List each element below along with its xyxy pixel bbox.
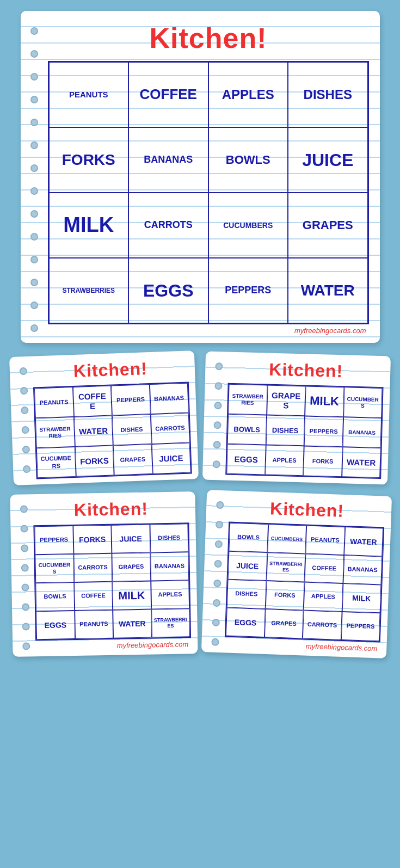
hole (30, 141, 38, 149)
c4-juice: JUICE (111, 525, 150, 553)
c4-water: WATER (113, 609, 151, 638)
c3-bananas: BANANAS (342, 417, 381, 448)
hole (21, 583, 29, 591)
c2-strawberries: STRAWBERRIES (35, 417, 74, 448)
hole (21, 603, 29, 611)
cell-milk: MILK (49, 193, 129, 258)
hole (214, 540, 222, 548)
c4-strawberries: STRAWBERRIES (151, 608, 189, 637)
c2-grapes: GRAPES (113, 444, 152, 475)
c4-bowls: BOWLS (35, 582, 74, 611)
c2-forks: FORKS (75, 445, 114, 476)
c3-milk: MILK (305, 386, 344, 417)
c2-dishes: DISHES (112, 414, 151, 445)
card5-grid: BOWLS CUCUMBERS PEANUTS WATER JUICE STRA… (224, 522, 384, 643)
cell-carrots: CARROTS (128, 193, 208, 258)
c2-peanuts: PEANUTS (34, 387, 73, 418)
hole (213, 580, 221, 587)
c3-eggs: EGGS (226, 444, 266, 475)
hole (214, 560, 221, 568)
card5-title: Kitchen! (229, 497, 385, 523)
c3-dishes: DISHES (266, 415, 305, 446)
bingo-card-4: Kitchen! PEPPERS FORKS JUICE DISHES CUCU… (10, 491, 198, 657)
notebook-holes (30, 27, 38, 343)
cell-coffee: COFFEE (128, 62, 208, 127)
cell-juice: JUICE (288, 127, 368, 193)
hole (22, 446, 29, 453)
cell-strawberries: STRAWBERRIES (49, 258, 129, 323)
hole (30, 73, 38, 81)
hole (212, 599, 220, 607)
card3-content: Kitchen! STRAWBERRIES GRAPES MILK CUCUMB… (202, 352, 390, 485)
card2-content: Kitchen! PEANUTS COFFEE PEPPERS BANANAS … (9, 350, 198, 485)
cell-cucumbers: CUCUMBERS (208, 193, 288, 258)
hole (213, 421, 221, 429)
hole (21, 564, 28, 571)
c5-milk: MILK (342, 583, 381, 613)
bottom-cards-row: Kitchen! PEPPERS FORKS JUICE DISHES CUCU… (8, 493, 392, 655)
hole (20, 505, 27, 513)
hole (22, 465, 30, 473)
hole (212, 460, 220, 468)
c5-peppers: PEPPERS (341, 612, 380, 641)
bingo-card-3: Kitchen! STRAWBERRIES GRAPES MILK CUCUMB… (202, 352, 390, 485)
c2-juice: JUICE (151, 443, 190, 474)
hole (30, 187, 38, 195)
bingo-card-2: Kitchen! PEANUTS COFFEE PEPPERS BANANAS … (9, 350, 198, 485)
c2-coffee: COFFEE (72, 386, 112, 417)
small-cards-row-1: Kitchen! PEANUTS COFFEE PEPPERS BANANAS … (8, 354, 392, 482)
c5-cucumbers: CUCUMBERS (267, 524, 306, 553)
c5-dishes: DISHES (226, 580, 266, 609)
c5-peanuts: PEANUTS (305, 526, 344, 555)
hole (30, 27, 38, 35)
c4-peppers: PEPPERS (34, 526, 73, 555)
hole (215, 521, 223, 528)
c3-water: WATER (341, 447, 380, 478)
hole (30, 119, 38, 126)
hole (22, 623, 29, 630)
c4-apples: APPLES (150, 580, 189, 609)
c4-milk: MILK (112, 581, 151, 610)
c5-apples: APPLES (303, 582, 342, 612)
hole (30, 210, 38, 218)
cell-forks: FORKS (49, 127, 129, 193)
hole (20, 387, 27, 395)
main-bingo-grid: PEANUTS COFFEE APPLES DISHES FORKS BANAN… (48, 61, 369, 324)
hole (214, 382, 222, 390)
c3-bowls: BOWLS (227, 414, 266, 445)
c4-coffee: COFFEE (73, 582, 112, 611)
c2-carrots: CARROTS (150, 413, 189, 444)
hole (21, 407, 28, 414)
hole (211, 638, 219, 646)
c4-forks: FORKS (72, 525, 111, 554)
cell-water: WATER (288, 258, 368, 323)
card4-grid: PEPPERS FORKS JUICE DISHES CUCUMBERS CAR… (33, 522, 191, 641)
hole (213, 441, 220, 448)
card4-content: Kitchen! PEPPERS FORKS JUICE DISHES CUCU… (10, 491, 198, 657)
card2-title: Kitchen! (32, 358, 188, 383)
hole (30, 164, 38, 172)
hole (30, 279, 38, 286)
c4-dishes: DISHES (149, 524, 188, 552)
main-card-content: Kitchen! PEANUTS COFFEE APPLES DISHES FO… (21, 11, 380, 343)
c5-bowls: BOWLS (229, 523, 268, 552)
hole (30, 50, 38, 58)
hole (22, 642, 30, 650)
hole (212, 480, 219, 484)
c4-carrots: CARROTS (73, 553, 112, 582)
hole (30, 96, 38, 103)
main-title: Kitchen! (48, 22, 369, 54)
hole (214, 402, 221, 409)
c2-peppers: PEPPERS (110, 384, 150, 415)
hole (30, 324, 38, 332)
card5-content: Kitchen! BOWLS CUCUMBERS PEANUTS WATER J… (201, 490, 391, 658)
hole (211, 658, 218, 658)
c2-cucumbers: CUCUMBERS (36, 447, 75, 478)
hole (212, 619, 219, 626)
c3-cucumbers: CUCUMBERS (343, 387, 382, 418)
c5-eggs: EGGS (225, 608, 264, 637)
cell-eggs: EGGS (128, 258, 208, 323)
c4-cucumbers: CUCUMBERS (35, 554, 73, 583)
c5-carrots: CARROTS (302, 610, 341, 639)
c3-apples: APPLES (264, 445, 304, 476)
